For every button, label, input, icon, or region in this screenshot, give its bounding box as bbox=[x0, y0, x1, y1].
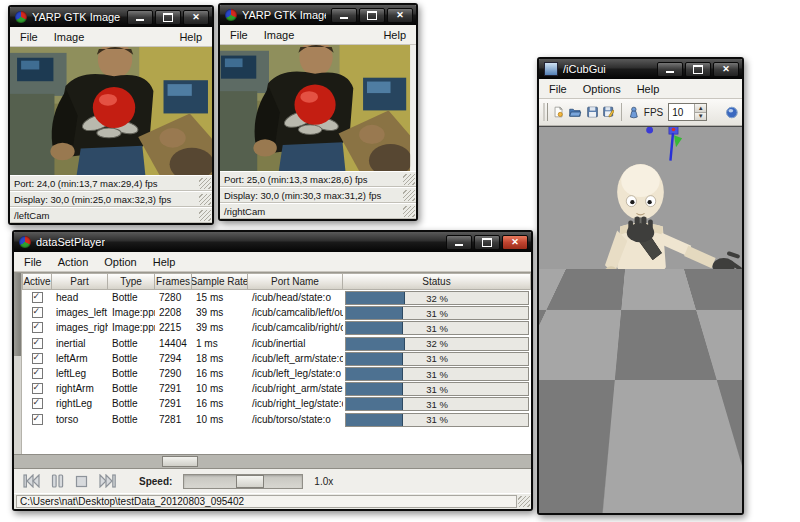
yarp-logo-icon bbox=[225, 9, 237, 21]
col-header-active[interactable]: Active bbox=[22, 273, 52, 290]
sample-rate-cell: 39 ms bbox=[192, 320, 248, 335]
col-header-frames[interactable]: Frames bbox=[155, 273, 192, 290]
fps-spinbox[interactable]: 10 ▲ ▼ bbox=[668, 103, 707, 121]
menu-image[interactable]: Image bbox=[46, 29, 93, 45]
close-button[interactable]: ✕ bbox=[502, 235, 528, 250]
world-button[interactable] bbox=[726, 104, 738, 121]
player-table-body: head Bottle 7280 15 ms /icub/head/state:… bbox=[22, 290, 531, 427]
close-button[interactable]: ✕ bbox=[387, 8, 413, 23]
menu-help[interactable]: Help bbox=[629, 81, 668, 97]
col-header-sample-rate[interactable]: Sample Rate bbox=[192, 273, 248, 290]
fps-spin-up-icon[interactable]: ▲ bbox=[695, 104, 706, 112]
active-checkbox[interactable] bbox=[32, 353, 43, 364]
right-cam-titlebar[interactable]: YARP GTK Image Viewer ✕ bbox=[220, 5, 416, 25]
table-row[interactable]: rightLeg Bottle 7291 16 ms /icub/right_l… bbox=[22, 396, 531, 411]
port-name-cell: /icub/left_arm/state:o bbox=[248, 351, 343, 366]
menu-option[interactable]: Option bbox=[96, 254, 144, 270]
part-cell: torso bbox=[52, 412, 108, 427]
yarp-logo-icon bbox=[15, 11, 27, 23]
maximize-button[interactable] bbox=[474, 235, 500, 250]
col-header-status[interactable]: Status bbox=[343, 273, 531, 290]
player-titlebar[interactable]: dataSetPlayer ✕ bbox=[14, 232, 531, 252]
fps-value[interactable]: 10 bbox=[669, 104, 694, 120]
active-checkbox[interactable] bbox=[32, 414, 43, 425]
status-cell: 32 % bbox=[343, 290, 531, 305]
status-progressbar: 31 % bbox=[345, 382, 529, 396]
close-button[interactable]: ✕ bbox=[713, 62, 739, 77]
active-checkbox[interactable] bbox=[32, 307, 43, 318]
vertical-scrollbar[interactable] bbox=[14, 273, 22, 454]
save-as-button[interactable] bbox=[603, 104, 615, 120]
robot-view-button[interactable] bbox=[629, 104, 639, 121]
type-cell: Bottle bbox=[108, 290, 155, 305]
resize-grip-icon bbox=[199, 194, 211, 205]
minimize-button[interactable] bbox=[657, 62, 683, 77]
col-header-type[interactable]: Type bbox=[108, 273, 155, 290]
active-checkbox[interactable] bbox=[32, 292, 43, 303]
speed-slider-thumb[interactable] bbox=[236, 475, 264, 488]
rewind-button[interactable] bbox=[23, 474, 40, 488]
frames-cell: 7280 bbox=[155, 290, 192, 305]
port-name-cell: /icub/camcalib/left/out bbox=[248, 305, 343, 320]
minimize-button[interactable] bbox=[446, 235, 472, 250]
active-cell bbox=[22, 366, 52, 381]
table-row[interactable]: torso Bottle 7281 10 ms /icub/torso/stat… bbox=[22, 412, 531, 427]
col-header-port-name[interactable]: Port Name bbox=[248, 273, 343, 290]
status-cell: 31 % bbox=[343, 305, 531, 320]
maximize-button[interactable] bbox=[155, 10, 181, 25]
stop-button[interactable] bbox=[75, 475, 88, 488]
active-checkbox[interactable] bbox=[32, 322, 43, 333]
yarp-logo-icon bbox=[19, 236, 31, 248]
seek-slider-thumb[interactable] bbox=[162, 456, 198, 467]
menu-help[interactable]: Help bbox=[145, 254, 184, 270]
speed-slider[interactable] bbox=[183, 474, 303, 489]
port-name-line: /leftCam bbox=[10, 207, 212, 223]
step-forward-button[interactable] bbox=[99, 474, 116, 488]
table-row[interactable]: leftArm Bottle 7294 18 ms /icub/left_arm… bbox=[22, 351, 531, 366]
close-button[interactable]: ✕ bbox=[183, 10, 209, 25]
active-checkbox[interactable] bbox=[32, 398, 43, 409]
menu-file[interactable]: File bbox=[16, 254, 50, 270]
part-cell: rightLeg bbox=[52, 396, 108, 411]
table-row[interactable]: inertial Bottle 14404 1 ms /icub/inertia… bbox=[22, 336, 531, 351]
col-header-part[interactable]: Part bbox=[52, 273, 108, 290]
part-cell: images_left bbox=[52, 305, 108, 320]
pause-button[interactable] bbox=[51, 474, 64, 488]
active-checkbox[interactable] bbox=[32, 338, 43, 349]
3d-viewport[interactable] bbox=[539, 126, 742, 513]
open-folder-button[interactable] bbox=[569, 104, 581, 120]
icubgui-titlebar[interactable]: /iCubGui ✕ bbox=[539, 59, 742, 79]
menu-action[interactable]: Action bbox=[50, 254, 97, 270]
status-percent-label: 32 % bbox=[346, 338, 528, 350]
table-row[interactable]: images_right Image:ppm 2215 39 ms /icub/… bbox=[22, 320, 531, 335]
maximize-button[interactable] bbox=[359, 8, 385, 23]
menu-file[interactable]: File bbox=[541, 81, 575, 97]
save-button[interactable] bbox=[587, 104, 598, 120]
port-stats-line: Port: 25,0 (min:13,3 max:28,6) fps bbox=[220, 171, 416, 187]
seek-slider[interactable] bbox=[14, 454, 531, 469]
table-row[interactable]: leftLeg Bottle 7290 16 ms /icub/left_leg… bbox=[22, 366, 531, 381]
status-cell: 32 % bbox=[343, 336, 531, 351]
menu-image[interactable]: Image bbox=[256, 27, 303, 43]
menu-file[interactable]: File bbox=[222, 27, 256, 43]
active-checkbox[interactable] bbox=[32, 368, 43, 379]
maximize-button[interactable] bbox=[685, 62, 711, 77]
table-row[interactable]: head Bottle 7280 15 ms /icub/head/state:… bbox=[22, 290, 531, 305]
scrollbar-thumb[interactable] bbox=[14, 273, 21, 356]
minimize-button[interactable] bbox=[127, 10, 153, 25]
menu-file[interactable]: File bbox=[12, 29, 46, 45]
frames-cell: 7281 bbox=[155, 412, 192, 427]
menu-help[interactable]: Help bbox=[171, 29, 210, 45]
status-cell: 31 % bbox=[343, 366, 531, 381]
left-cam-titlebar[interactable]: YARP GTK Image Viewer ✕ bbox=[10, 7, 212, 27]
active-checkbox[interactable] bbox=[32, 383, 43, 394]
menu-options[interactable]: Options bbox=[575, 81, 629, 97]
new-file-button[interactable] bbox=[553, 104, 564, 120]
speed-value: 1.0x bbox=[314, 476, 333, 487]
fps-spin-down-icon[interactable]: ▼ bbox=[695, 112, 706, 121]
minimize-button[interactable] bbox=[331, 8, 357, 23]
menu-help[interactable]: Help bbox=[375, 27, 414, 43]
status-cell: 31 % bbox=[343, 412, 531, 427]
table-row[interactable]: images_left Image:ppm 2208 39 ms /icub/c… bbox=[22, 305, 531, 320]
table-row[interactable]: rightArm Bottle 7291 10 ms /icub/right_a… bbox=[22, 381, 531, 396]
